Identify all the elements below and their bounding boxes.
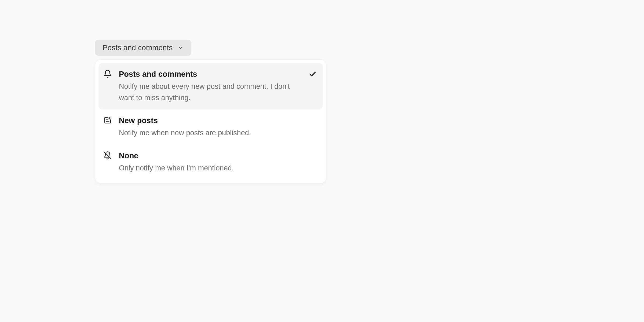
option-title: None (119, 151, 316, 161)
post-add-icon (103, 116, 112, 125)
option-new-posts[interactable]: New posts Notify me when new posts are p… (98, 109, 323, 145)
bell-off-icon (103, 151, 112, 160)
option-posts-and-comments[interactable]: Posts and comments Notify me about every… (98, 63, 323, 109)
option-description: Notify me about every new post and comme… (119, 81, 302, 104)
bell-icon (103, 69, 112, 78)
dropdown-panel: Posts and comments Notify me about every… (95, 60, 326, 183)
dropdown-trigger-label: Posts and comments (103, 43, 173, 52)
option-description: Notify me when new posts are published. (119, 127, 316, 139)
option-title: New posts (119, 115, 316, 126)
option-title: Posts and comments (119, 69, 302, 79)
option-content: Posts and comments Notify me about every… (119, 69, 302, 104)
option-content: None Only notify me when I'm mentioned. (119, 151, 316, 174)
check-icon (309, 71, 316, 78)
option-content: New posts Notify me when new posts are p… (119, 115, 316, 139)
chevron-down-icon (177, 45, 184, 51)
option-none[interactable]: None Only notify me when I'm mentioned. (98, 145, 323, 180)
dropdown-trigger[interactable]: Posts and comments (95, 40, 191, 56)
option-description: Only notify me when I'm mentioned. (119, 163, 316, 174)
dropdown-container: Posts and comments Posts and comments No… (95, 40, 326, 183)
